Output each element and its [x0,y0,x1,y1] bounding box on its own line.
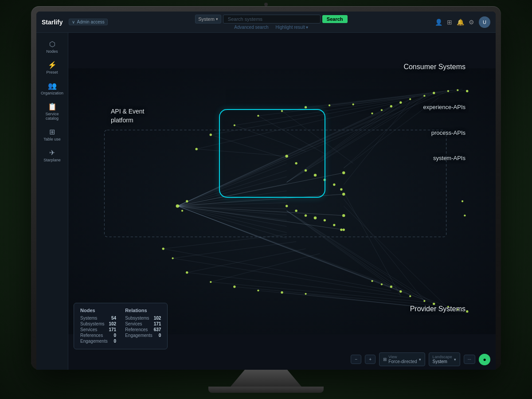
stat-rel-services: Services 171 [125,321,161,326]
organization-icon: 👥 [48,82,57,90]
svg-point-108 [423,95,425,97]
view-option: View Force-directed [388,355,417,364]
svg-point-98 [172,257,174,259]
stat-rel-engagements: Engagements 0 [125,333,161,338]
svg-point-72 [176,204,179,207]
svg-point-78 [257,115,259,117]
dropdown-chevron-icon: ▾ [216,17,218,21]
svg-point-92 [305,214,307,216]
sliders-icon: ⊞ [383,357,387,362]
main-content: ⬡ Nodes ⚡ Preset 👥 Organization 📋 [36,33,496,370]
display-chevron-icon: ▾ [454,357,456,362]
chevron-down-icon: ∨ [72,20,75,24]
view-label: View [388,355,417,359]
svg-point-80 [305,106,307,108]
svg-point-95 [333,224,335,226]
sidebar-item-preset[interactable]: ⚡ Preset [40,59,65,77]
stat-references-nodes: References 0 [80,333,116,338]
sidebar-item-table-use[interactable]: ⊞ Table use [40,126,65,144]
svg-point-103 [281,291,283,293]
monitor-screen: Starlify ∨ Admin access System ▾ Sea [36,12,496,370]
svg-point-84 [295,162,297,164]
svg-point-118 [447,306,449,308]
stat-rel-references: References 637 [125,327,161,332]
svg-point-74 [181,210,183,211]
svg-point-120 [466,310,468,313]
admin-badge: ∨ Admin access [69,19,107,25]
advanced-search-link[interactable]: Advanced search [234,25,268,30]
display-option: Landscape System [433,355,452,364]
avatar[interactable]: U [479,16,490,28]
svg-point-99 [186,271,188,274]
preset-icon: ⚡ [48,62,57,69]
graph-canvas[interactable]: Consumer Systems experience-APIs process… [68,33,496,370]
layout-settings-button[interactable]: ⊞ View Force-directed ▾ [379,352,425,366]
app-logo: Starlify [42,19,63,26]
svg-point-129 [462,200,463,202]
svg-point-100 [210,281,211,283]
svg-point-89 [340,188,342,191]
svg-point-87 [324,179,326,181]
svg-point-128 [343,229,345,231]
svg-point-114 [399,290,402,293]
svg-point-85 [305,169,307,172]
sidebar: ⬡ Nodes ⚡ Preset 👥 Organization 📋 [36,33,68,370]
svg-point-116 [423,300,425,302]
nodes-icon: ⬡ [49,41,55,48]
zoom-out-button[interactable]: − [351,355,361,364]
display-mode-button[interactable]: Landscape System ▾ [429,352,460,366]
gear-icon[interactable]: ⚙ [469,19,474,26]
users-icon[interactable]: 👤 [435,19,442,26]
bell-icon[interactable]: 🔔 [457,19,464,26]
svg-rect-0 [68,68,496,334]
svg-point-93 [314,216,317,219]
svg-point-117 [433,303,435,305]
sidebar-item-organization[interactable]: 👥 Organization [40,80,65,98]
monitor-base [208,387,324,393]
svg-point-82 [352,103,354,105]
svg-point-122 [381,109,383,111]
svg-point-109 [433,92,435,94]
svg-point-79 [281,110,283,112]
svg-point-75 [196,148,198,150]
header: Starlify ∨ Admin access System ▾ Sea [36,12,496,33]
search-sub-options: Advanced search Highlight result ▾ [234,25,308,30]
highlight-result-option[interactable]: Highlight result ▾ [276,25,309,30]
zoom-out-icon: − [355,357,357,362]
svg-point-86 [314,174,317,176]
stat-services: Services 171 [80,327,116,332]
bottom-toolbar: − + ⊞ View Force-directed [351,352,490,366]
stat-engagements-nodes: Engagements 0 [80,339,116,344]
search-input[interactable]: Search systems [223,15,321,23]
svg-point-77 [234,124,235,126]
stat-rel-subsystems: Subsystems 102 [125,316,161,321]
svg-point-127 [342,214,345,217]
avatar-initials: U [483,20,486,25]
svg-point-125 [342,172,345,174]
search-type-dropdown[interactable]: System ▾ [195,15,221,23]
more-options-button[interactable]: ··· [464,355,475,364]
svg-point-88 [333,184,335,186]
svg-point-113 [390,286,392,288]
sidebar-item-service-catalog[interactable]: 📋 Service catalog [40,101,65,123]
relations-header: Relations [125,308,161,313]
nodes-header: Nodes [80,308,116,313]
status-indicator[interactable]: ● [479,354,490,365]
indicator-icon: ● [483,356,486,363]
zoom-in-icon: + [369,357,372,362]
sidebar-item-starplane[interactable]: ✈ Starplane [40,147,65,165]
svg-point-81 [329,104,330,106]
grid-icon[interactable]: ⊞ [447,19,452,26]
svg-point-94 [324,219,326,221]
svg-point-107 [409,98,411,100]
sidebar-item-nodes[interactable]: ⬡ Nodes [40,38,65,56]
stat-subsystems: Subsystems 102 [80,321,116,326]
nodes-stats: Nodes Systems 54 Subsystems 102 [80,308,116,344]
svg-point-96 [340,229,342,231]
stat-systems: Systems 54 [80,316,116,321]
svg-point-119 [457,309,458,310]
svg-point-121 [371,113,373,114]
display-value: System [433,359,452,364]
zoom-in-button[interactable]: + [365,355,376,364]
search-button[interactable]: Search [322,15,348,23]
